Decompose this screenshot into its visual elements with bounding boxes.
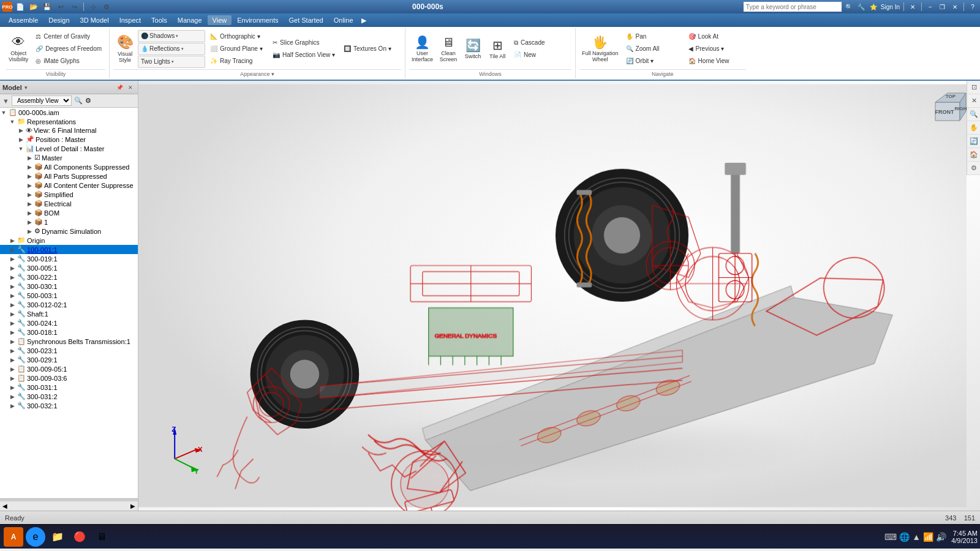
ray-tracing-button[interactable]: ✨ Ray Tracing (206, 55, 268, 67)
min-btn[interactable]: − (925, 2, 935, 11)
close-btn[interactable]: ✕ (950, 2, 960, 11)
tree-item-3[interactable]: ▶📌Position : Master (0, 135, 138, 144)
search-filter-icon[interactable]: 🔍 (74, 97, 83, 105)
tree-item-0[interactable]: ▼📋000-000s.iam (0, 108, 138, 117)
tree-expand-12[interactable]: ▶ (26, 219, 33, 226)
tree-expand-29[interactable]: ▶ (9, 375, 16, 382)
tree-expand-6[interactable]: ▶ (26, 163, 33, 171)
ground-plane-button[interactable]: ⬜ Ground Plane ▾ (206, 43, 268, 54)
open-btn[interactable]: 📂 (28, 1, 39, 12)
tree-expand-17[interactable]: ▶ (9, 264, 16, 272)
previous-button[interactable]: ◀ Previous ▾ (685, 43, 746, 54)
tree-item-17[interactable]: ▶🔧300-005:1 (0, 263, 138, 272)
tree-item-19[interactable]: ▶🔧300-030:1 (0, 282, 138, 291)
tree-expand-13[interactable]: ▶ (26, 228, 33, 235)
tree-item-14[interactable]: ▶📁Origin (0, 236, 138, 245)
tree-item-21[interactable]: ▶🔧300-012-02:1 (0, 300, 138, 309)
tree-item-9[interactable]: ▶📦Simplified (0, 190, 138, 199)
tree-expand-2[interactable]: ▶ (17, 127, 24, 134)
tree-expand-21[interactable]: ▶ (9, 301, 16, 309)
look-at-button[interactable]: 🎯 Look At (685, 31, 746, 42)
menu-online[interactable]: Online (329, 15, 358, 25)
full-nav-wheel-button[interactable]: 🖐 Full NavigationWheel (579, 30, 621, 68)
tree-expand-8[interactable]: ▶ (26, 182, 33, 189)
slice-graphics-button[interactable]: ✂ Slice Graphics (269, 37, 339, 48)
orbit-button[interactable]: 🔄 Orbit ▾ (622, 55, 684, 67)
tree-item-11[interactable]: ▶📦BOM (0, 208, 138, 217)
tree-item-22[interactable]: ▶🔧Shaft:1 (0, 309, 138, 318)
tree-item-32[interactable]: ▶🔧300-032:1 (0, 401, 138, 410)
visual-style-button[interactable]: 🎨 VisualStyle (113, 30, 137, 68)
menu-environments[interactable]: Environments (232, 15, 283, 25)
sidebar-pin-btn[interactable]: 📌 (115, 83, 124, 92)
undo-btn[interactable]: ↩ (55, 1, 66, 12)
tree-item-1[interactable]: ▼📁Representations (0, 117, 138, 126)
tree-item-29[interactable]: ▶📋300-009-03:6 (0, 373, 138, 383)
tree-expand-28[interactable]: ▶ (9, 365, 16, 373)
tree-expand-16[interactable]: ▶ (9, 255, 16, 263)
tools-btn[interactable]: 🔧 (856, 2, 866, 11)
zoom-all-button[interactable]: 🔍 Zoom All (622, 43, 684, 54)
tree-item-2[interactable]: ▶👁View: 6 Final Internal (0, 126, 138, 135)
tree-expand-18[interactable]: ▶ (9, 274, 16, 281)
clean-screen-button[interactable]: 🖥 CleanScreen (437, 30, 460, 68)
tree-item-30[interactable]: ▶🔧300-031:1 (0, 383, 138, 392)
half-section-button[interactable]: 📷 Half Section View ▾ (269, 49, 339, 61)
object-visibility-button[interactable]: 👁 ObjectVisibility (6, 30, 31, 68)
help-btn[interactable]: ? (968, 2, 978, 11)
home-view-button[interactable]: 🏠 Home View (685, 55, 746, 67)
assembly-view-select[interactable]: Assembly View (12, 96, 72, 106)
tree-expand-7[interactable]: ▶ (26, 173, 33, 180)
tree-item-27[interactable]: ▶🔧300-029:1 (0, 355, 138, 364)
switch-button[interactable]: 🔄 Switch (461, 30, 484, 68)
textures-button[interactable]: 🔲 Textures On ▾ (340, 43, 401, 54)
menu-manage[interactable]: Manage (173, 15, 207, 25)
tree-expand-9[interactable]: ▶ (26, 191, 33, 198)
settings-btn[interactable]: ⚙ (101, 1, 112, 12)
search-input[interactable] (744, 2, 842, 12)
tree-expand-10[interactable]: ▶ (26, 200, 33, 208)
tree-item-18[interactable]: ▶🔧300-022:1 (0, 272, 138, 282)
scroll-right-btn[interactable]: ▶ (130, 503, 135, 509)
vt-orbit-btn[interactable]: 🔄 (967, 135, 980, 148)
save-btn[interactable]: 💾 (42, 1, 53, 12)
vt-close-btn[interactable]: ✕ (967, 94, 980, 108)
tree-expand-26[interactable]: ▶ (9, 347, 16, 354)
reflections-dropdown[interactable]: 💧 Reflections ▾ (138, 43, 205, 55)
signin-button[interactable]: Sign In (881, 4, 900, 10)
tree-expand-19[interactable]: ▶ (9, 283, 16, 290)
close-x-btn[interactable]: ✕ (908, 2, 918, 11)
viewport[interactable]: GENERAL DYNAMICS (138, 81, 980, 511)
taskbar-explorer[interactable]: 📁 (48, 527, 67, 547)
vt-zoom-btn[interactable]: 🔍 (967, 108, 980, 121)
tree-expand-11[interactable]: ▶ (26, 209, 33, 217)
lights-dropdown[interactable]: Two Lights ▾ (138, 56, 205, 68)
tree-expand-0[interactable]: ▼ (0, 109, 7, 116)
sidebar-close-btn[interactable]: ✕ (126, 83, 135, 92)
scroll-left-btn[interactable]: ◀ (2, 503, 7, 509)
tree-item-31[interactable]: ▶🔧300-031:2 (0, 392, 138, 401)
center-gravity-button[interactable]: ⚖ Center of Gravity (32, 31, 105, 42)
tree-expand-23[interactable]: ▶ (9, 320, 16, 327)
select-btn[interactable]: ⊹ (88, 1, 99, 12)
tree-item-5[interactable]: ▶☑Master (0, 153, 138, 162)
tree-expand-4[interactable]: ▼ (17, 145, 24, 152)
tree-item-7[interactable]: ▶📦All Parts Suppressed (0, 171, 138, 181)
tree-expand-3[interactable]: ▶ (17, 136, 24, 143)
tree-expand-25[interactable]: ▶ (9, 338, 16, 345)
tree-item-4[interactable]: ▼📊Level of Detail : Master (0, 144, 138, 153)
new-btn[interactable]: 📄 (15, 1, 26, 12)
tree-item-8[interactable]: ▶📦All Content Center Suppresse (0, 181, 138, 190)
chevron-icon[interactable]: ▲ (912, 532, 921, 542)
tree-expand-14[interactable]: ▶ (9, 237, 16, 244)
tree-item-28[interactable]: ▶📋300-009-05:1 (0, 364, 138, 373)
tree-expand-15[interactable]: ▶ (9, 246, 16, 253)
tree-item-15[interactable]: ▶🔧100-001:1 (0, 245, 138, 254)
shadows-dropdown[interactable]: 🌑 Shadows ▾ (138, 30, 205, 42)
tree-expand-24[interactable]: ▶ (9, 329, 16, 336)
taskbar-app[interactable]: 🖥 (92, 527, 111, 547)
new-window-button[interactable]: 📄 New (510, 49, 571, 61)
tree-expand-32[interactable]: ▶ (9, 402, 16, 410)
tile-all-button[interactable]: ⊞ Tile All (486, 30, 509, 68)
tree-expand-20[interactable]: ▶ (9, 292, 16, 299)
